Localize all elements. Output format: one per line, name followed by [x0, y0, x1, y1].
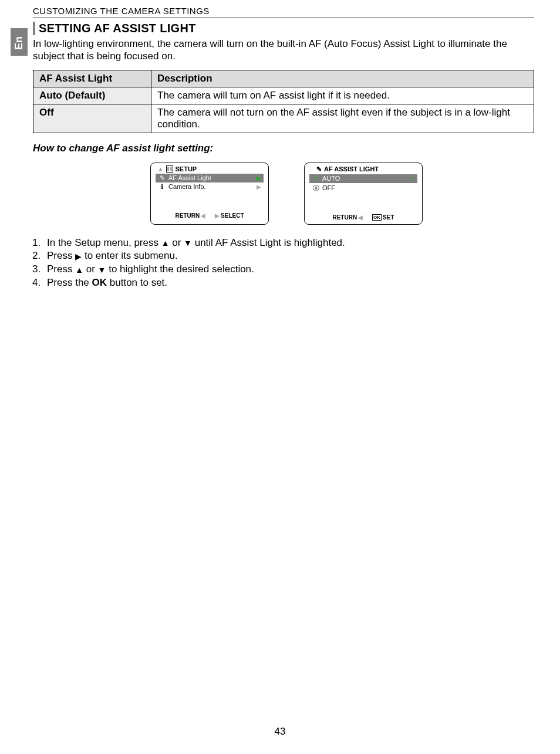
- option-cell: Off: [33, 104, 151, 133]
- af-icon: ✎: [158, 174, 166, 182]
- x-icon: ⓧ: [312, 184, 320, 192]
- step-text: In the Setup menu, press: [47, 237, 161, 248]
- lcd-menu-item-selected: ✓ AUTO ✓: [309, 174, 417, 183]
- check-icon: ✓: [410, 175, 415, 182]
- up-arrow-icon: ▲: [161, 239, 170, 247]
- lcd-footer: RETURN ◀ OK SET: [305, 213, 422, 221]
- lcd-title-text: SETUP: [176, 165, 197, 173]
- info-icon: ℹ: [158, 183, 166, 191]
- lcd-item-label: AF Assist Light: [166, 174, 257, 181]
- lcd-item-label: OFF: [320, 184, 415, 191]
- content-area: CUSTOMIZING THE CAMERA SETTINGS SETTING …: [33, 0, 534, 290]
- description-cell: The camera will turn on AF assist light …: [151, 87, 534, 104]
- ok-label: OK: [92, 277, 107, 288]
- chevron-left-icon: ◀: [358, 214, 363, 221]
- lcd-item-label: AUTO: [320, 175, 410, 182]
- howto-heading: How to change AF assist light setting:: [33, 143, 534, 154]
- col-header-description: Description: [151, 70, 534, 87]
- step-text: to enter its submenu.: [82, 250, 177, 261]
- step-text: to highlight the desired selection.: [106, 263, 254, 275]
- step-text: until AF Assist Light is highlighted.: [192, 237, 345, 248]
- lcd-screens-row: ▲ I I SETUP ✎ AF Assist Light ▶ ℹ Camera…: [150, 163, 534, 225]
- lcd-screen-af-assist: ✎ AF ASSIST LIGHT ✓ AUTO ✓ ⓧ OFF RETURN: [304, 163, 423, 225]
- table-row: Off The camera will not turn on the AF a…: [33, 104, 534, 133]
- lcd-footer-select: SELECT: [221, 212, 244, 219]
- lcd-menu-item-selected: ✎ AF Assist Light ▶: [156, 174, 264, 182]
- page-number: 43: [0, 726, 560, 738]
- chevron-right-icon: ▶: [215, 212, 220, 219]
- lcd-footer-return: RETURN: [175, 212, 200, 219]
- section-intro: In low-lighting environment, the camera …: [33, 38, 534, 63]
- lcd-footer-set: SET: [383, 214, 394, 221]
- section-title-bar: SETTING AF ASSIST LIGHT: [33, 22, 534, 35]
- col-header-option: AF Assist Light: [33, 70, 151, 87]
- check-icon: ✓: [312, 175, 320, 182]
- lcd-item-label: Camera Info.: [166, 183, 257, 190]
- table-row: Auto (Default) The camera will turn on A…: [33, 87, 534, 104]
- description-cell: The camera will not turn on the AF assis…: [151, 104, 534, 133]
- lcd-footer: RETURN ◀ ▶ SELECT: [151, 211, 268, 219]
- af-icon: ✎: [316, 165, 322, 173]
- settings-table: AF Assist Light Description Auto (Defaul…: [33, 70, 534, 133]
- step-1: In the Setup menu, press ▲ or ▼ until AF…: [43, 236, 534, 250]
- chevron-up-icon: ▲: [158, 166, 163, 172]
- language-tab: En: [11, 28, 28, 56]
- section-title: SETTING AF ASSIST LIGHT: [39, 22, 196, 35]
- step-2: Press ▶ to enter its submenu.: [43, 249, 534, 263]
- chevron-right-icon: ▶: [257, 175, 261, 181]
- step-4: Press the OK button to set.: [43, 276, 534, 290]
- lcd-menu-item: ℹ Camera Info. ▶: [156, 182, 264, 191]
- step-text: Press: [47, 263, 75, 275]
- table-header-row: AF Assist Light Description: [33, 70, 534, 87]
- lcd-screen-setup: ▲ I I SETUP ✎ AF Assist Light ▶ ℹ Camera…: [150, 163, 269, 225]
- chevron-right-icon: ▶: [257, 184, 261, 190]
- step-text: or: [170, 237, 184, 248]
- chapter-header: CUSTOMIZING THE CAMERA SETTINGS: [33, 6, 210, 16]
- lcd-footer-return: RETURN: [332, 214, 357, 221]
- ok-icon: OK: [372, 214, 382, 221]
- lcd-menu-item: ⓧ OFF: [309, 183, 417, 193]
- chevron-left-icon: ◀: [201, 212, 205, 219]
- page: En CUSTOMIZING THE CAMERA SETTINGS SETTI…: [0, 0, 560, 754]
- setup-icon: I I: [166, 165, 173, 173]
- step-text: Press the: [47, 277, 92, 288]
- step-text: button to set.: [107, 277, 167, 288]
- lcd-title: ▲ I I SETUP: [151, 165, 268, 174]
- option-cell: Auto (Default): [33, 87, 151, 104]
- up-arrow-icon: ▲: [75, 266, 83, 274]
- lcd-title: ✎ AF ASSIST LIGHT: [305, 165, 422, 174]
- step-text: or: [83, 263, 98, 275]
- steps-list: In the Setup menu, press ▲ or ▼ until AF…: [33, 236, 534, 290]
- step-text: Press: [47, 250, 75, 261]
- down-arrow-icon: ▼: [184, 239, 192, 247]
- down-arrow-icon: ▼: [98, 266, 106, 274]
- lcd-title-text: AF ASSIST LIGHT: [324, 165, 379, 173]
- chapter-header-rule: CUSTOMIZING THE CAMERA SETTINGS: [33, 6, 534, 18]
- right-arrow-icon: ▶: [75, 252, 82, 261]
- step-3: Press ▲ or ▼ to highlight the desired se…: [43, 263, 534, 276]
